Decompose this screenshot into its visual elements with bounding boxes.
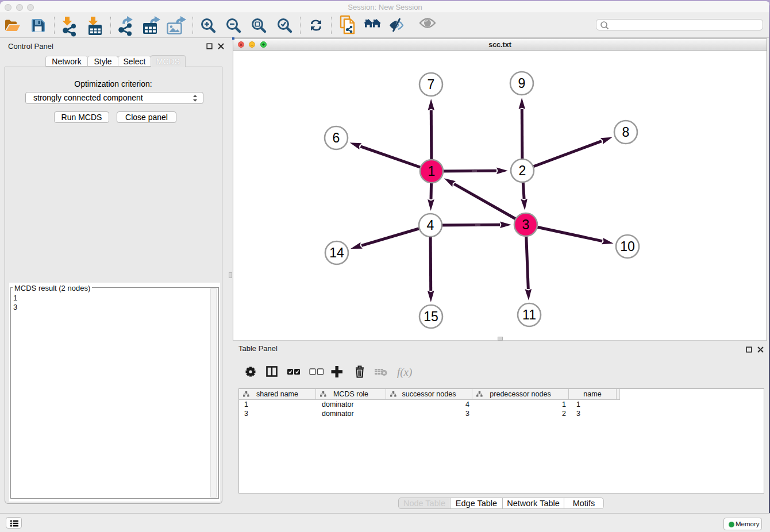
svg-text:14: 14 bbox=[329, 245, 344, 260]
svg-text:10: 10 bbox=[620, 239, 635, 254]
svg-text:1: 1 bbox=[428, 164, 436, 179]
svg-text:8: 8 bbox=[622, 125, 630, 140]
svg-text:7: 7 bbox=[428, 77, 435, 92]
svg-text:11: 11 bbox=[522, 307, 536, 322]
svg-text:4: 4 bbox=[427, 218, 434, 233]
svg-text:3: 3 bbox=[522, 217, 530, 232]
svg-text:15: 15 bbox=[424, 309, 438, 324]
svg-text:6: 6 bbox=[333, 130, 340, 145]
svg-text:2: 2 bbox=[519, 163, 526, 178]
svg-text:f(x): f(x) bbox=[397, 366, 412, 379]
svg-text:9: 9 bbox=[518, 76, 526, 91]
